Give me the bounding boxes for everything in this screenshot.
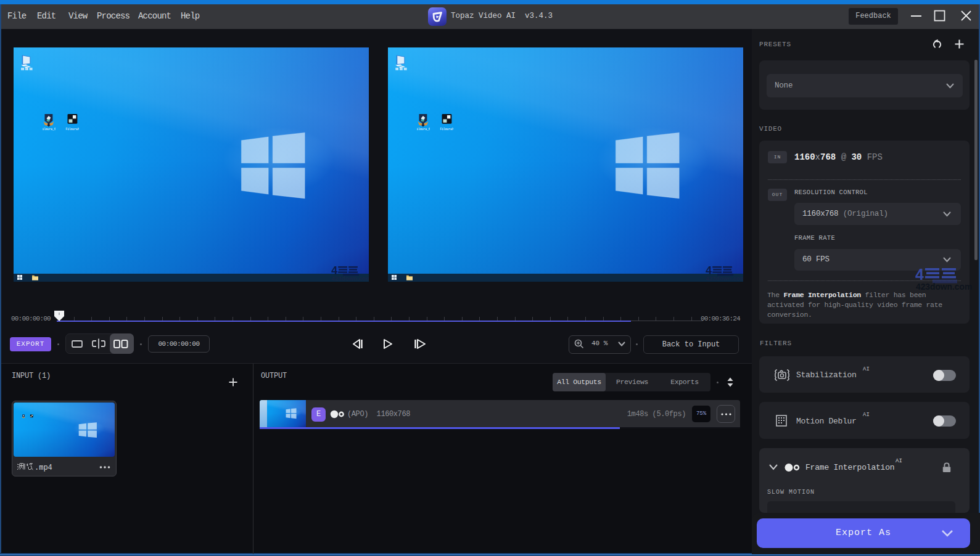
- svg-text:FilmoraX...: FilmoraX...: [440, 128, 453, 131]
- svg-text:.mp4: .mp4: [35, 464, 52, 472]
- svg-text:ilmora_64..: ilmora_64..: [43, 128, 56, 131]
- svg-text:423down.com: 423down.com: [916, 282, 972, 292]
- svg-text:FilmoraX...: FilmoraX...: [66, 128, 79, 131]
- svg-text:423down.com: 423down.com: [331, 276, 369, 282]
- svg-text:4: 4: [915, 266, 924, 283]
- svg-text:ilmora_64..: ilmora_64..: [417, 128, 430, 131]
- svg-text:423down.com: 423down.com: [706, 276, 743, 282]
